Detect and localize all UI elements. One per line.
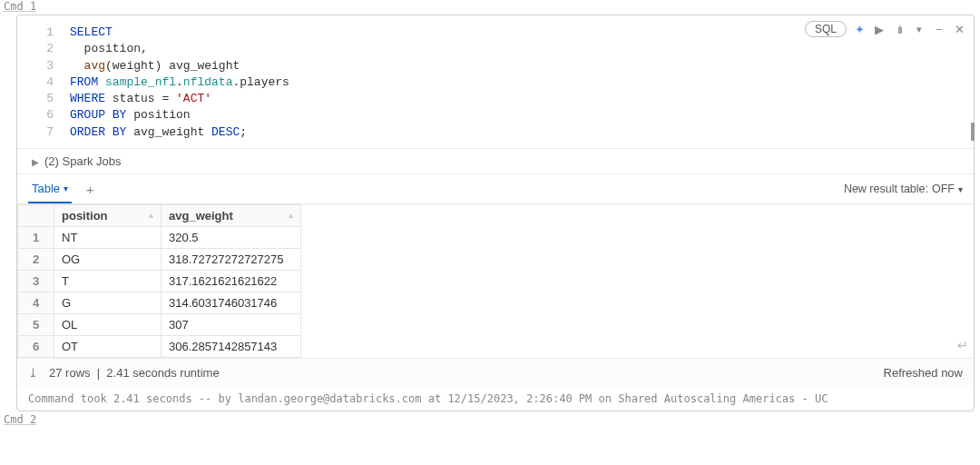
table-row[interactable]: 5OL307 [18, 314, 301, 336]
runtime: 2.41 seconds runtime [106, 366, 219, 380]
language-badge[interactable]: SQL [805, 21, 847, 37]
chevron-down-icon: ▾ [64, 183, 68, 193]
magic-icon[interactable]: ✦ [852, 23, 867, 36]
cell-position: OT [54, 336, 162, 358]
cell-avg-weight: 320.5 [162, 227, 301, 249]
cell-position: T [54, 271, 162, 292]
column-header-avg-weight[interactable]: avg_weight▲ [162, 205, 301, 227]
cell-avg-weight: 306.2857142857143 [162, 336, 301, 358]
row-index: 1 [18, 227, 54, 249]
cell-avg-weight: 318.72727272727275 [162, 249, 301, 271]
chevron-down-icon[interactable]: ▾ [912, 24, 926, 35]
caret-right-icon: ▶ [32, 157, 39, 167]
run-icon[interactable]: ▶ [872, 23, 887, 36]
row-index: 2 [18, 249, 54, 271]
row-index: 4 [18, 292, 54, 314]
row-index: 3 [18, 271, 54, 292]
row-index: 7 [18, 358, 54, 359]
row-index: 5 [18, 314, 54, 336]
new-result-toggle[interactable]: New result table: OFF ▾ [844, 183, 963, 195]
chart-icon[interactable]: ılı [892, 23, 906, 36]
table-row[interactable]: 6OT306.2857142857143 [18, 336, 301, 358]
command-meta: Command took 2.41 seconds -- by landan.g… [17, 387, 974, 411]
results-footer: ⤓ 27 rows | 2.41 seconds runtime Refresh… [17, 358, 974, 387]
download-icon[interactable]: ⤓ [28, 366, 38, 380]
cell-position: OL [54, 314, 162, 336]
cmd-header-next: Cmd 2 [0, 413, 980, 426]
sort-icon: ▲ [147, 211, 155, 220]
return-icon: ↵ [957, 338, 968, 352]
cell-avg-weight: 314.6031746031746 [162, 292, 301, 314]
notebook-cell: SQL ✦ ▶ ılı ▾ − ✕ 1234567 SELECT positio… [16, 15, 975, 411]
resize-handle[interactable] [971, 123, 975, 141]
spark-jobs-toggle[interactable]: ▶(2) Spark Jobs [17, 148, 974, 173]
tab-label: Table [32, 182, 60, 195]
results-tab-bar: Table ▾ + New result table: OFF ▾ [17, 173, 974, 203]
minimize-icon[interactable]: − [932, 23, 946, 36]
cell-position: OG [54, 249, 162, 271]
line-gutter: 1234567 [30, 25, 70, 141]
chevron-down-icon: ▾ [958, 184, 963, 194]
add-tab-button[interactable]: + [81, 182, 100, 197]
cell-position: C [54, 358, 162, 359]
table-row[interactable]: 7C305.54794520547944 [18, 358, 301, 359]
table-row[interactable]: 3T317.1621621621622 [18, 271, 301, 292]
cell-position: NT [54, 227, 162, 249]
results-table: position▲ avg_weight▲ 1NT320.52OG318.727… [17, 204, 301, 358]
cell-avg-weight: 305.54794520547944 [162, 358, 301, 359]
code-content[interactable]: SELECT position, avg(weight) avg_weight … [70, 25, 289, 141]
results-table-wrap: position▲ avg_weight▲ 1NT320.52OG318.727… [17, 203, 974, 358]
sort-icon: ▲ [287, 211, 295, 220]
table-row[interactable]: 1NT320.5 [18, 227, 301, 249]
cmd-header: Cmd 1 [0, 0, 980, 13]
cell-avg-weight: 317.1621621621622 [162, 271, 301, 292]
spark-jobs-label: (2) Spark Jobs [44, 154, 122, 168]
row-index-header [18, 205, 54, 227]
tab-table[interactable]: Table ▾ [28, 174, 72, 203]
column-header-position[interactable]: position▲ [54, 205, 162, 227]
table-row[interactable]: 2OG318.72727272727275 [18, 249, 301, 271]
refreshed-status: Refreshed now [884, 366, 963, 380]
row-count: 27 rows [49, 366, 91, 380]
table-row[interactable]: 4G314.6031746031746 [18, 292, 301, 314]
cell-toolbar: SQL ✦ ▶ ılı ▾ − ✕ [805, 21, 966, 37]
row-index: 6 [18, 336, 54, 358]
cell-avg-weight: 307 [162, 314, 301, 336]
close-icon[interactable]: ✕ [952, 23, 966, 36]
cell-position: G [54, 292, 162, 314]
